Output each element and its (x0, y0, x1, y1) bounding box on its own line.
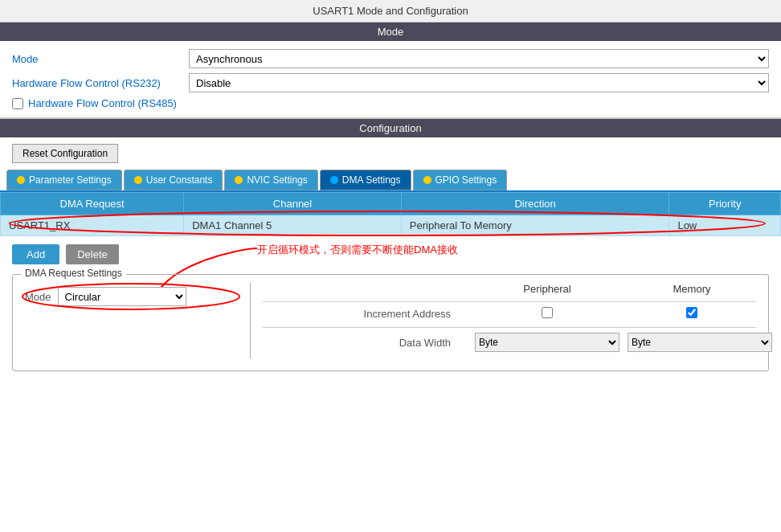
mode-field-select[interactable]: Circular Normal (58, 287, 186, 306)
dma-table: DMA Request Channel Direction Priority U… (0, 192, 781, 236)
col-header-dma-request: DMA Request (1, 193, 184, 215)
page-title: USART1 Mode and Configuration (0, 0, 781, 23)
mode-select[interactable]: Asynchronous (189, 49, 769, 68)
mode-section-header: Mode (0, 23, 781, 41)
dma-request-settings: DMA Request Settings Mode Circular Norma… (12, 274, 769, 371)
col-header-channel: Channel (184, 193, 402, 215)
config-section-header: Configuration (0, 119, 781, 137)
col-header-priority: Priority (669, 193, 781, 215)
cell-dma-request: USART1_RX (1, 215, 184, 236)
tab-dot-dma (330, 176, 338, 184)
table-row[interactable]: USART1_RX DMA1 Channel 5 Peripheral To M… (1, 215, 781, 236)
tab-dot-user (134, 176, 142, 184)
col-header-direction: Direction (401, 193, 669, 215)
dma-settings-legend: DMA Request Settings (21, 268, 126, 279)
peripheral-increment-checkbox[interactable] (542, 307, 553, 318)
increment-address-label: Increment Address (263, 308, 467, 320)
hw-flow-select[interactable]: Disable (189, 73, 769, 92)
reset-config-button[interactable]: Reset Configuration (12, 144, 118, 163)
tabs-row: Parameter Settings User Constants NVIC S… (0, 170, 781, 192)
hw-flow-label: Hardware Flow Control (RS232) (12, 77, 189, 89)
cell-priority: Low (669, 215, 781, 236)
memory-data-width-select[interactable]: Byte Half Word Word (628, 333, 772, 352)
peripheral-data-width-select[interactable]: Byte Half Word Word (475, 333, 619, 352)
mode-label: Mode (12, 53, 189, 65)
cell-channel: DMA1 Channel 5 (184, 215, 402, 236)
tab-label-gpio: GPIO Settings (435, 174, 497, 186)
tab-label-dma: DMA Settings (342, 174, 401, 186)
tab-dot-parameter (17, 176, 25, 184)
annotation-text: 开启循环模式，否则需要不断使能DMA接收 (257, 243, 458, 257)
tab-dot-nvic (235, 176, 243, 184)
tab-parameter-settings[interactable]: Parameter Settings (6, 170, 122, 190)
memory-increment-checkbox[interactable] (686, 307, 697, 318)
delete-button[interactable]: Delete (66, 244, 119, 264)
hw-flow-rs485-label: Hardware Flow Control (RS485) (28, 97, 177, 109)
memory-header: Memory (628, 283, 756, 295)
tab-user-constants[interactable]: User Constants (124, 170, 223, 190)
peripheral-header: Peripheral (467, 283, 628, 295)
tab-label-user: User Constants (146, 174, 213, 186)
tab-nvic-settings[interactable]: NVIC Settings (224, 170, 317, 190)
data-width-label: Data Width (263, 337, 467, 349)
cell-direction: Peripheral To Memory (401, 215, 669, 236)
tab-dma-settings[interactable]: DMA Settings (320, 170, 411, 190)
add-button[interactable]: Add (12, 244, 59, 264)
tab-gpio-settings[interactable]: GPIO Settings (413, 170, 508, 190)
dma-table-container: DMA Request Channel Direction Priority U… (0, 192, 781, 236)
tab-dot-gpio (423, 176, 431, 184)
tab-label-parameter: Parameter Settings (29, 174, 112, 186)
hw-flow-rs485-checkbox[interactable] (12, 98, 23, 109)
tab-label-nvic: NVIC Settings (247, 174, 307, 186)
mode-field-label: Mode (25, 291, 51, 303)
